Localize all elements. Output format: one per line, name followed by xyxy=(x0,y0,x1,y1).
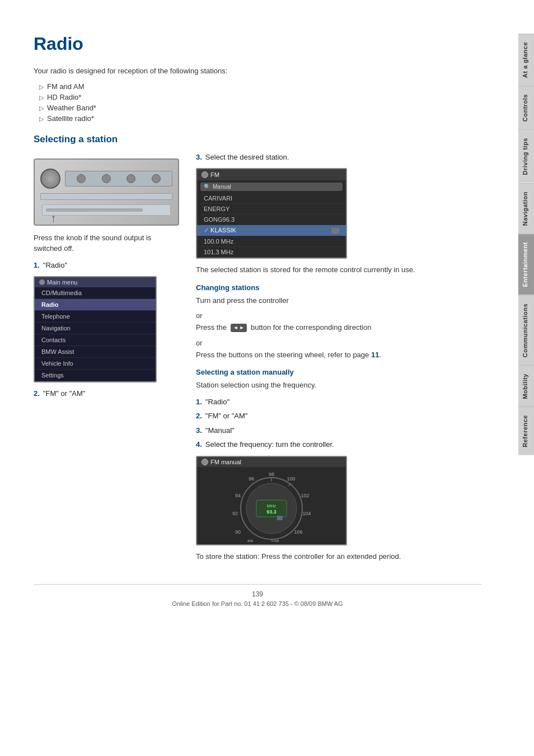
sidebar: At a glance Controls Driving tips Naviga… xyxy=(504,0,534,756)
manual-step-3-text: "Manual" xyxy=(205,425,235,436)
sidebar-tab-entertainment[interactable]: Entertainment xyxy=(518,234,534,295)
svg-rect-5 xyxy=(277,516,283,520)
menu-title-bar: Main menu xyxy=(35,277,156,287)
right-column: 3. Select the desired station. FM 🔍 Manu… xyxy=(196,152,481,568)
fm-checkmark-icon: ✓ xyxy=(204,227,209,234)
page-number-text: 139 xyxy=(34,590,481,598)
manual-step-3: 3. "Manual" xyxy=(196,425,481,436)
fm-header: FM xyxy=(197,169,346,180)
selecting-manually-heading: Selecting a station manually xyxy=(196,368,481,376)
fm-item-100mhz: 100.0 MHz xyxy=(197,236,346,247)
sidebar-tab-controls[interactable]: Controls xyxy=(518,86,534,129)
intro-text: Your radio is designed for reception of … xyxy=(34,66,481,77)
step-3: 3. Select the desired station. xyxy=(196,152,481,163)
manual-step-1-text: "Radio" xyxy=(205,396,229,408)
press-knob-text: Press the knob if the sound output is sw… xyxy=(34,232,179,254)
step-2: 2. "FM" or "AM" xyxy=(34,388,179,399)
fm-dial-svg: MHz 93.3 98 100 102 104 106 108 88 90 92… xyxy=(204,469,339,542)
svg-text:104: 104 xyxy=(302,511,311,516)
fm-search-bar: 🔍 Manual xyxy=(200,183,343,191)
fm-item-energy: ENERGY xyxy=(197,204,346,214)
left-column: ↑ Press the knob if the sound output is … xyxy=(34,152,179,568)
svg-text:106: 106 xyxy=(294,529,302,535)
changing-stations-text3: Press the buttons on the steering wheel,… xyxy=(196,349,481,361)
main-content: Radio Your radio is designed for recepti… xyxy=(0,0,504,756)
store-text: To store the station: Press the controll… xyxy=(196,551,481,562)
step-3-text: Select the desired station. xyxy=(205,152,289,163)
list-item: ▷ Weather Band* xyxy=(39,104,481,112)
manual-step-4-text: Select the frequency: turn the controlle… xyxy=(205,439,334,450)
svg-text:90: 90 xyxy=(235,529,241,535)
bullet-arrow-icon: ▷ xyxy=(39,83,44,91)
manual-step-1: 1. "Radio" xyxy=(196,396,481,408)
direction-button: ◄ ► xyxy=(231,324,247,333)
list-item: ▷ Satellite radio* xyxy=(39,114,481,123)
list-item: ▷ HD Radio* xyxy=(39,93,481,101)
step-2-text: "FM" or "AM" xyxy=(43,388,86,399)
changing-stations-heading: Changing stations xyxy=(196,283,481,292)
menu-icon xyxy=(39,279,45,285)
manual-step-1-label: 1. xyxy=(196,396,202,408)
sidebar-tab-reference[interactable]: Reference xyxy=(518,407,534,455)
two-col-layout: ↑ Press the knob if the sound output is … xyxy=(34,152,481,568)
sidebar-tab-at-a-glance[interactable]: At a glance xyxy=(518,34,534,86)
step-3-label: 3. xyxy=(196,152,202,163)
selecting-station-heading: Selecting a station xyxy=(34,134,481,145)
changing-stations-text1: Turn and press the controller xyxy=(196,295,481,306)
svg-text:88: 88 xyxy=(247,539,253,542)
fm-item-carivari: CARIVARI xyxy=(197,193,346,204)
manual-step-3-label: 3. xyxy=(196,425,202,436)
selecting-manually-subtitle: Station selection using the frequency. xyxy=(196,380,481,391)
menu-item-radio: Radio xyxy=(35,299,156,311)
menu-item-vehicleinfo: Vehicle Info xyxy=(35,358,156,370)
bullet-list: ▷ FM and AM ▷ HD Radio* ▷ Weather Band* … xyxy=(39,82,481,123)
step-1-label: 1. xyxy=(34,260,40,271)
sidebar-tab-driving-tips[interactable]: Driving tips xyxy=(518,129,534,183)
sidebar-tab-communications[interactable]: Communications xyxy=(518,295,534,365)
sidebar-tab-mobility[interactable]: Mobility xyxy=(518,365,534,407)
menu-item-bmwassist: BMW Assist xyxy=(35,346,156,358)
fm-header-icon xyxy=(202,171,208,178)
main-menu-screenshot: Main menu CD/Multimedia Radio Telephone … xyxy=(34,276,157,382)
fm-manual-icon xyxy=(202,459,208,465)
fm-item-klassik: ✓ KLASSIK xyxy=(197,225,346,236)
fm-store-icon xyxy=(331,228,339,234)
menu-title: Main menu xyxy=(47,279,77,286)
fm-manual-diagram: FM manual MHz 93.3 98 100 102 xyxy=(196,456,347,545)
svg-text:93.3: 93.3 xyxy=(266,509,277,515)
svg-text:94: 94 xyxy=(235,493,241,498)
menu-item-cdmultimedia: CD/Multimedia xyxy=(35,287,156,299)
or-1: or xyxy=(196,311,481,320)
bullet-arrow-icon: ▷ xyxy=(39,115,44,123)
fm-item-gong: GONG96.3 xyxy=(197,214,346,225)
manual-step-4-label: 4. xyxy=(196,439,202,450)
page-title: Radio xyxy=(34,34,481,54)
step-2-label: 2. xyxy=(34,388,40,399)
fm-manual-header: FM manual xyxy=(197,457,346,467)
fm-station-screenshot: FM 🔍 Manual CARIVARI ENERGY GONG96.3 ✓ K… xyxy=(196,168,347,259)
or-2: or xyxy=(196,339,481,347)
list-item: ▷ FM and AM xyxy=(39,82,481,91)
svg-text:MHz: MHz xyxy=(267,503,276,508)
page-footer: 139 Online Edition for Part no. 01 41 2 … xyxy=(34,584,481,607)
menu-item-telephone: Telephone xyxy=(35,311,156,323)
svg-text:108: 108 xyxy=(270,539,279,542)
menu-item-contacts: Contacts xyxy=(35,334,156,346)
step-1: 1. "Radio" xyxy=(34,260,179,271)
manual-step-2-label: 2. xyxy=(196,410,202,422)
sidebar-tab-navigation[interactable]: Navigation xyxy=(518,183,534,234)
bullet-arrow-icon: ▷ xyxy=(39,105,44,112)
svg-text:92: 92 xyxy=(232,511,238,516)
svg-text:102: 102 xyxy=(301,493,309,498)
svg-text:100: 100 xyxy=(287,476,295,482)
manual-step-2: 2. "FM" or "AM" xyxy=(196,410,481,422)
radio-device-diagram: ↑ xyxy=(34,158,179,226)
menu-item-settings: Settings xyxy=(35,370,156,381)
bullet-arrow-icon: ▷ xyxy=(39,94,44,101)
step-1-text: "Radio" xyxy=(43,260,67,271)
fm-item-101mhz: 101.3 MHz xyxy=(197,247,346,258)
svg-text:96: 96 xyxy=(249,476,254,482)
menu-item-navigation: Navigation xyxy=(35,323,156,334)
svg-text:98: 98 xyxy=(269,472,274,477)
manual-step-2-text: "FM" or "AM" xyxy=(205,410,248,422)
